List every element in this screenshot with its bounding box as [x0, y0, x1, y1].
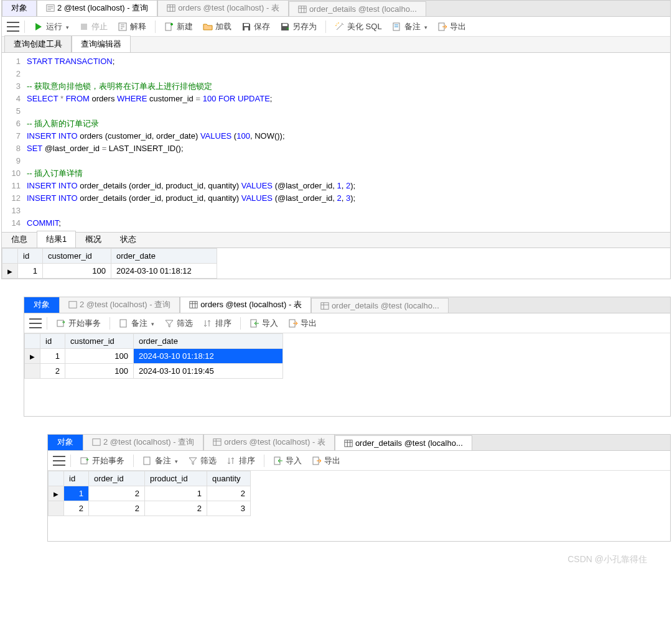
svg-rect-15 [120, 320, 126, 327]
svg-rect-7 [245, 27, 248, 30]
orders-grid: idcustomer_idorder_date11002024-03-10 01… [24, 333, 283, 379]
export-icon [312, 456, 322, 466]
col-id[interactable]: id [64, 471, 89, 486]
cell[interactable]: 2 [40, 364, 65, 379]
cell[interactable]: 2 [89, 501, 145, 516]
cell[interactable]: 100 [65, 349, 134, 364]
filter-button[interactable]: 筛选 [161, 317, 197, 330]
cell[interactable]: 2024-03-10 01:18:12 [111, 264, 217, 279]
orderdetails-grid: idorder_idproduct_idquantity12122223 [48, 471, 251, 516]
menu-icon[interactable] [7, 22, 19, 32]
explain-icon [118, 22, 128, 32]
col-id[interactable]: id [18, 249, 43, 264]
col-id[interactable]: id [40, 334, 65, 349]
filter-icon [188, 456, 198, 466]
cell[interactable]: 1 [18, 264, 43, 279]
menu-icon[interactable] [53, 456, 65, 466]
cell[interactable]: 3 [207, 501, 251, 516]
begin-tx-button[interactable]: 开始事务 [52, 317, 105, 330]
play-icon [34, 22, 44, 32]
sort-button[interactable]: 排序 [223, 454, 259, 468]
table-icon [344, 439, 353, 448]
notes-button[interactable]: 备注 [388, 20, 431, 34]
col-quantity[interactable]: quantity [207, 471, 251, 486]
cell[interactable]: 100 [43, 264, 111, 279]
col-customer_id[interactable]: customer_id [43, 249, 111, 264]
new-button[interactable]: 新建 [161, 20, 197, 34]
col-product_id[interactable]: product_id [145, 471, 207, 486]
result-tab-info[interactable]: 信息 [2, 231, 37, 248]
explain-button[interactable]: 解释 [114, 20, 150, 34]
sort-button[interactable]: 排序 [199, 317, 235, 330]
bot-tab-row: 对象 2 @test (localhost) - 查询 orders @test… [48, 435, 670, 451]
orderdetails-pane: 对象 2 @test (localhost) - 查询 orders @test… [47, 434, 671, 542]
wand-icon [335, 22, 345, 32]
table-toolbar: 开始事务 备注 筛选 排序 导入 导出 [24, 313, 670, 333]
cell[interactable]: 100 [65, 364, 134, 379]
cell[interactable]: 2 [207, 486, 251, 501]
load-button[interactable]: 加载 [199, 20, 235, 34]
save-button[interactable]: 保存 [238, 20, 274, 34]
cell[interactable]: 2 [145, 501, 207, 516]
tab-orderdetails-table[interactable]: order_details @test (localho... [311, 298, 449, 313]
tab-orderdetails-table[interactable]: order_details @test (localho... [289, 1, 426, 16]
import-button[interactable]: 导入 [246, 317, 282, 330]
top-tab-row: 对象 2 @test (localhost) - 查询 orders @test… [2, 1, 670, 17]
run-button[interactable]: 运行 [30, 20, 73, 34]
export-button[interactable]: 导出 [434, 20, 470, 34]
tab-objects[interactable]: 对象 [24, 297, 59, 313]
result-tab-1[interactable]: 结果1 [37, 231, 76, 248]
note-icon [392, 22, 402, 32]
stop-button[interactable]: 停止 [75, 20, 111, 34]
mid-tab-row: 对象 2 @test (localhost) - 查询 orders @test… [24, 297, 670, 313]
export-button[interactable]: 导出 [308, 454, 344, 468]
cell[interactable]: 2024-03-10 01:18:12 [134, 349, 283, 364]
watermark: CSDN @小孔靠得住 [0, 542, 672, 578]
cell[interactable]: 1 [145, 486, 207, 501]
query-icon [92, 438, 101, 446]
tab-objects[interactable]: 对象 [48, 435, 83, 450]
cell[interactable]: 1 [64, 486, 89, 501]
notes-button[interactable]: 备注 [139, 454, 182, 468]
result-tab-status[interactable]: 状态 [111, 231, 146, 248]
result-tab-profile[interactable]: 概况 [76, 231, 111, 248]
tab-objects[interactable]: 对象 [2, 1, 37, 16]
sql-editor[interactable]: 1234567891011121314 START TRANSACTION; -… [2, 53, 670, 232]
beautify-button[interactable]: 美化 SQL [331, 20, 386, 34]
sort-icon [226, 456, 236, 466]
svg-rect-2 [299, 6, 306, 12]
svg-rect-20 [345, 440, 352, 446]
cell[interactable]: 2024-03-10 01:19:45 [134, 364, 283, 379]
svg-rect-5 [166, 23, 171, 30]
col-order_date[interactable]: order_date [111, 249, 217, 264]
saveas-button[interactable]: 另存为 [276, 20, 320, 34]
saveas-icon [280, 22, 290, 32]
begin-tx-button[interactable]: 开始事务 [76, 454, 128, 468]
cell[interactable]: 2 [89, 486, 145, 501]
menu-icon[interactable] [29, 318, 42, 328]
tab-orders-table[interactable]: orders @test (localhost) - 表 [203, 435, 335, 450]
tab-orderdetails-table[interactable]: order_details @test (localho... [335, 435, 472, 450]
col-order_date[interactable]: order_date [134, 334, 283, 349]
subtab-builder[interactable]: 查询创建工具 [4, 35, 72, 52]
svg-rect-21 [81, 458, 87, 464]
tab-query[interactable]: 2 @test (localhost) - 查询 [83, 435, 203, 450]
tab-query[interactable]: 2 @test (localhost) - 查询 [37, 1, 157, 16]
svg-rect-19 [213, 439, 221, 446]
tab-orders-table[interactable]: orders @test (localhost) - 表 [180, 297, 311, 313]
notes-button[interactable]: 备注 [115, 317, 158, 330]
filter-button[interactable]: 筛选 [184, 454, 220, 468]
export-button[interactable]: 导出 [284, 317, 320, 330]
note-icon [142, 456, 152, 466]
import-button[interactable]: 导入 [269, 454, 306, 468]
col-order_id[interactable]: order_id [89, 471, 145, 486]
cell[interactable]: 2 [64, 501, 89, 516]
tab-query[interactable]: 2 @test (localhost) - 查询 [59, 297, 180, 313]
cell[interactable]: 1 [40, 349, 65, 364]
editor-subtabs: 查询创建工具 查询编辑器 [2, 37, 670, 53]
svg-rect-3 [81, 24, 87, 30]
filter-icon [164, 318, 174, 328]
subtab-editor[interactable]: 查询编辑器 [72, 35, 131, 52]
col-customer_id[interactable]: customer_id [65, 334, 134, 349]
tab-orders-table[interactable]: orders @test (localhost) - 表 [157, 1, 289, 16]
